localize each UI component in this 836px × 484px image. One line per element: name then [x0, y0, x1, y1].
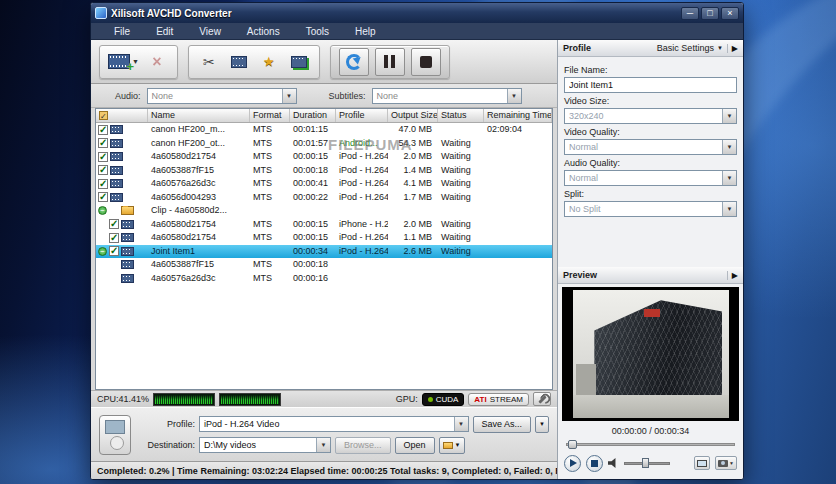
seek-slider[interactable] [566, 438, 735, 450]
audio-quality-select[interactable]: Normal ▼ [564, 170, 737, 186]
split-select[interactable]: No Split ▼ [564, 201, 737, 217]
menu-item[interactable]: Edit [143, 26, 186, 37]
row-checkbox[interactable] [98, 138, 108, 148]
video-size-select[interactable]: 320x240 ▼ [564, 108, 737, 124]
effect-button[interactable]: ★ [257, 48, 281, 76]
minimize-button[interactable]: ─ [681, 7, 699, 20]
table-row[interactable]: 4a6056d004293 MTS 00:00:22 iPod - H.264.… [96, 191, 552, 205]
table-row[interactable]: Clip - 4a60580d2... [96, 204, 552, 218]
video-preview[interactable] [562, 287, 739, 421]
open-button[interactable]: Open [395, 437, 435, 454]
mode-caret-icon: ▼ [717, 45, 723, 51]
table-row[interactable]: 4a60580d21754 MTS 00:00:15 iPhone - H.2.… [96, 218, 552, 232]
volume-thumb[interactable] [642, 458, 649, 468]
gpu-settings-button[interactable] [533, 392, 551, 406]
split-arrow[interactable]: ▼ [722, 202, 736, 216]
row-checkbox[interactable] [98, 192, 108, 202]
subtitles-select-arrow[interactable]: ▼ [507, 89, 521, 103]
video-size-arrow[interactable]: ▼ [722, 109, 736, 123]
menu-item[interactable]: View [186, 26, 234, 37]
maximize-button[interactable]: □ [701, 7, 719, 20]
destination-select-arrow[interactable]: ▼ [316, 438, 330, 452]
select-all-checkbox[interactable] [99, 111, 108, 120]
column-format[interactable]: Format [250, 109, 290, 122]
profile-select[interactable]: iPod - H.264 Video ▼ [199, 416, 469, 432]
add-file-button[interactable]: + ▼ [108, 48, 139, 76]
menu-item[interactable]: Actions [234, 26, 293, 37]
collapse-profile-button[interactable]: ▶ [727, 44, 738, 53]
menu-item[interactable]: Tools [293, 26, 342, 37]
close-button[interactable]: × [721, 7, 739, 20]
seek-track[interactable] [566, 443, 735, 446]
convert-button[interactable] [339, 48, 369, 76]
save-as-button[interactable]: Save As... [473, 416, 532, 433]
table-row[interactable]: 4a60580d21754 MTS 00:00:15 iPod - H.264.… [96, 150, 552, 164]
video-quality-select[interactable]: Normal ▼ [564, 139, 737, 155]
table-row[interactable]: canon HF200_ot... MTS 00:01:57 Android..… [96, 137, 552, 151]
seek-thumb[interactable] [568, 440, 577, 449]
row-checkbox[interactable] [109, 233, 119, 243]
audio-select-arrow[interactable]: ▼ [282, 89, 296, 103]
table-row[interactable]: Joint Item1 00:00:34 iPod - H.264... 2.6… [96, 245, 552, 259]
stop-playback-button[interactable] [586, 455, 603, 472]
pause-button[interactable] [375, 48, 405, 76]
crop-button[interactable] [227, 48, 251, 76]
play-button[interactable] [564, 455, 581, 472]
browse-button[interactable]: Browse... [335, 437, 391, 454]
merge-button[interactable] [287, 48, 311, 76]
ati-stream-badge[interactable]: ATISTREAM [468, 393, 529, 406]
table-row[interactable]: 4a60580d21754 MTS 00:00:15 iPod - H.264.… [96, 231, 552, 245]
cuda-badge[interactable]: CUDA [422, 393, 465, 406]
row-checkbox[interactable] [98, 125, 108, 135]
cell-format: MTS [250, 137, 290, 150]
column-name[interactable]: Name [148, 109, 250, 122]
destination-select[interactable]: D:\My videos ▼ [199, 437, 331, 453]
row-checkbox[interactable] [98, 165, 108, 175]
table-row[interactable]: 4a6053887fF15 MTS 00:00:18 [96, 258, 552, 272]
table-row[interactable]: 4a60576a26d3c MTS 00:00:41 iPod - H.264.… [96, 177, 552, 191]
settings-mode-select[interactable]: Basic Settings ▼ [657, 43, 723, 53]
title-bar[interactable]: Xilisoft AVCHD Converter ─ □ × [91, 3, 743, 23]
audio-select[interactable]: None ▼ [147, 88, 297, 104]
profile-select-arrow[interactable]: ▼ [454, 417, 468, 431]
row-checkbox[interactable] [109, 246, 119, 256]
table-row[interactable]: 4a60576a26d3c MTS 00:00:16 [96, 272, 552, 286]
collapse-toggle-icon[interactable] [98, 247, 107, 256]
audio-quality-arrow[interactable]: ▼ [722, 171, 736, 185]
cell-output-size: 47.0 MB [388, 123, 438, 136]
fullscreen-button[interactable] [694, 456, 710, 470]
column-profile[interactable]: Profile [336, 109, 388, 122]
row-checkbox[interactable] [109, 219, 119, 229]
file-list-header[interactable]: Name Format Duration Profile Output Size… [96, 109, 552, 123]
cell-output-size: 2.0 MB [388, 150, 438, 163]
column-duration[interactable]: Duration [290, 109, 336, 122]
clip-button[interactable]: ✂ [197, 48, 221, 76]
file-name-input[interactable] [564, 77, 737, 93]
volume-slider[interactable] [624, 457, 670, 469]
table-row[interactable]: 4a6053887fF15 MTS 00:00:18 iPod - H.264.… [96, 164, 552, 178]
subtitles-select[interactable]: None ▼ [372, 88, 522, 104]
cell-output-size: 2.6 MB [388, 245, 438, 258]
performance-row: CPU:41.41% GPU: CUDA ATISTREAM [91, 390, 557, 407]
snapshot-button[interactable]: ▼ [715, 456, 737, 470]
row-checkbox[interactable] [98, 152, 108, 162]
column-status[interactable]: Status [438, 109, 484, 122]
delete-button[interactable]: × [145, 48, 169, 76]
volume-icon[interactable] [608, 458, 619, 469]
cell-name: 4a60580d21754 [148, 150, 250, 163]
collapse-toggle-icon[interactable] [98, 206, 107, 215]
row-checkbox[interactable] [98, 179, 108, 189]
stop-button[interactable] [411, 48, 441, 76]
destination-folder-button[interactable]: ▼ [439, 437, 465, 454]
file-type-icon [110, 152, 123, 161]
menu-item[interactable]: Help [342, 26, 389, 37]
menu-item[interactable]: File [101, 26, 143, 37]
column-output-size[interactable]: Output Size [388, 109, 438, 122]
collapse-preview-button[interactable]: ▶ [727, 271, 738, 280]
video-quality-arrow[interactable]: ▼ [722, 140, 736, 154]
cpu-waveform-icon [153, 393, 215, 406]
column-remaining-time[interactable]: Remaining Time [484, 109, 552, 122]
save-as-dropdown-button[interactable]: ▼ [535, 416, 549, 433]
table-row[interactable]: canon HF200_m... MTS 00:01:15 47.0 MB 0.… [96, 123, 552, 137]
window-title: Xilisoft AVCHD Converter [111, 8, 232, 19]
